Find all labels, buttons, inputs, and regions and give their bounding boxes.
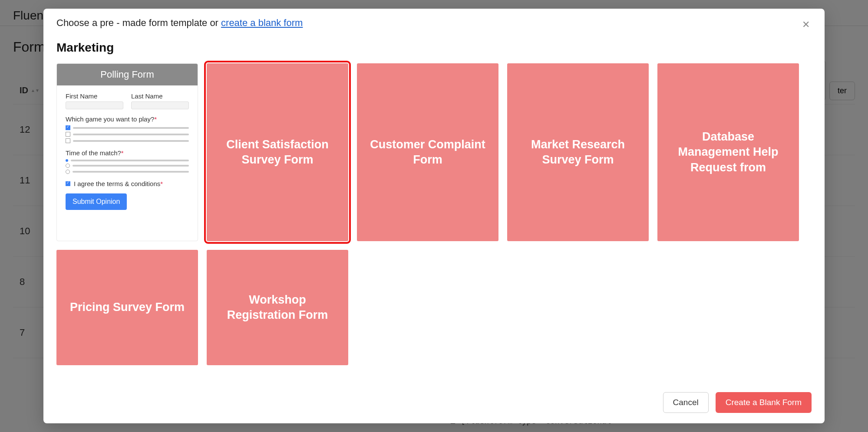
template-modal: Choose a pre - made form template or cre…: [43, 9, 825, 423]
create-blank-link[interactable]: create a blank form: [221, 17, 303, 28]
polling-card-title: Polling Form: [57, 64, 198, 85]
template-client-satisfaction[interactable]: Client Satisfaction Survey Form: [207, 63, 348, 241]
modal-footer: Cancel Create a Blank Form: [43, 385, 825, 423]
question-1-label: Which game you want to play?*: [66, 115, 189, 123]
close-icon[interactable]: ✕: [800, 17, 812, 32]
template-customer-complaint[interactable]: Customer Complaint Form: [357, 63, 498, 241]
template-grid: Polling Form First Name Last Name Wh: [56, 63, 812, 365]
template-polling-form[interactable]: Polling Form First Name Last Name Wh: [56, 63, 198, 241]
last-name-label: Last Name: [131, 92, 189, 100]
template-card-title: Pricing Survey Form: [70, 300, 185, 315]
radio-icon[interactable]: [66, 164, 70, 168]
section-title: Marketing: [56, 41, 812, 55]
create-blank-form-button[interactable]: Create a Blank Form: [716, 392, 812, 413]
modal-header-prefix: Choose a pre - made form template or: [56, 17, 221, 28]
template-pricing-survey[interactable]: Pricing Survey Form: [56, 250, 198, 365]
template-card-title: Market Research Survey Form: [516, 137, 640, 167]
template-card-title: Customer Complaint Form: [366, 137, 490, 167]
template-card-title: Client Satisfaction Survey Form: [215, 137, 340, 167]
checkbox-icon[interactable]: [66, 138, 70, 143]
first-name-input[interactable]: [66, 101, 123, 109]
question-2-options: [66, 159, 189, 174]
terms-label: I agree the terms & conditions*: [74, 180, 163, 187]
template-card-title: Database Management Help Request from: [666, 129, 790, 175]
template-workshop-registration[interactable]: Workshop Registration Form: [207, 250, 348, 365]
terms-checkbox-icon[interactable]: [66, 181, 70, 186]
terms-row: I agree the terms & conditions*: [66, 180, 189, 187]
cancel-button[interactable]: Cancel: [663, 392, 709, 413]
question-1-options: [66, 125, 189, 143]
checkbox-icon[interactable]: [66, 132, 70, 137]
template-card-title: Workshop Registration Form: [215, 292, 340, 323]
last-name-input[interactable]: [131, 101, 189, 109]
template-market-research[interactable]: Market Research Survey Form: [507, 63, 649, 241]
checkbox-icon[interactable]: [66, 125, 70, 130]
polling-body: First Name Last Name Which game you want…: [57, 85, 198, 219]
submit-opinion-button[interactable]: Submit Opinion: [66, 193, 127, 210]
radio-icon[interactable]: [66, 170, 70, 174]
question-2-label: Time of the match?*: [66, 149, 189, 157]
template-database-management[interactable]: Database Management Help Request from: [657, 63, 799, 241]
modal-header: Choose a pre - made form template or cre…: [43, 9, 825, 36]
modal-header-text: Choose a pre - made form template or cre…: [56, 17, 303, 29]
radio-icon[interactable]: [66, 159, 68, 162]
modal-body: Marketing Polling Form First Name Last N…: [43, 36, 825, 385]
first-name-label: First Name: [66, 92, 123, 100]
